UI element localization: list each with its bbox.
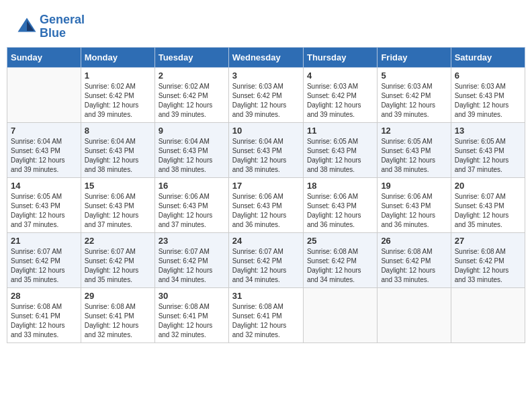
day-number: 31 xyxy=(232,291,300,301)
calendar-day-cell: 16Sunrise: 6:06 AM Sunset: 6:43 PM Dayli… xyxy=(154,177,228,232)
weekday-header-thursday: Thursday xyxy=(303,47,377,67)
day-info: Sunrise: 6:03 AM Sunset: 6:43 PM Dayligh… xyxy=(455,82,521,120)
day-info: Sunrise: 6:06 AM Sunset: 6:43 PM Dayligh… xyxy=(159,192,225,230)
calendar-day-cell: 10Sunrise: 6:04 AM Sunset: 6:43 PM Dayli… xyxy=(228,122,303,177)
day-info: Sunrise: 6:07 AM Sunset: 6:42 PM Dayligh… xyxy=(232,247,300,285)
day-info: Sunrise: 6:04 AM Sunset: 6:43 PM Dayligh… xyxy=(85,137,151,175)
day-number: 10 xyxy=(232,126,300,136)
day-info: Sunrise: 6:06 AM Sunset: 6:43 PM Dayligh… xyxy=(85,192,151,230)
calendar-day-cell: 28Sunrise: 6:08 AM Sunset: 6:41 PM Dayli… xyxy=(7,287,81,342)
day-number: 28 xyxy=(11,291,77,301)
day-number: 8 xyxy=(85,126,151,136)
weekday-header-saturday: Saturday xyxy=(451,47,525,67)
day-number: 27 xyxy=(455,236,521,246)
calendar-day-cell: 5Sunrise: 6:03 AM Sunset: 6:42 PM Daylig… xyxy=(378,67,451,122)
logo-text: General Blue xyxy=(40,13,85,40)
weekday-header-monday: Monday xyxy=(81,47,154,67)
day-number: 2 xyxy=(159,71,225,81)
day-info: Sunrise: 6:04 AM Sunset: 6:43 PM Dayligh… xyxy=(159,137,225,175)
day-number: 21 xyxy=(11,236,77,246)
calendar-day-cell xyxy=(303,287,377,342)
weekday-header-wednesday: Wednesday xyxy=(228,47,303,67)
day-number: 18 xyxy=(307,181,373,191)
day-info: Sunrise: 6:02 AM Sunset: 6:42 PM Dayligh… xyxy=(159,82,225,120)
day-info: Sunrise: 6:07 AM Sunset: 6:42 PM Dayligh… xyxy=(85,247,151,285)
weekday-header-tuesday: Tuesday xyxy=(154,47,228,67)
calendar-day-cell: 22Sunrise: 6:07 AM Sunset: 6:42 PM Dayli… xyxy=(81,232,154,287)
calendar-week-row: 28Sunrise: 6:08 AM Sunset: 6:41 PM Dayli… xyxy=(7,287,525,342)
day-number: 15 xyxy=(85,181,151,191)
day-info: Sunrise: 6:02 AM Sunset: 6:42 PM Dayligh… xyxy=(85,82,151,120)
logo-icon xyxy=(17,17,37,37)
day-number: 30 xyxy=(159,291,225,301)
day-number: 4 xyxy=(307,71,373,81)
day-number: 23 xyxy=(159,236,225,246)
calendar-day-cell: 12Sunrise: 6:05 AM Sunset: 6:43 PM Dayli… xyxy=(378,122,451,177)
day-info: Sunrise: 6:07 AM Sunset: 6:43 PM Dayligh… xyxy=(455,192,521,230)
calendar-day-cell: 18Sunrise: 6:06 AM Sunset: 6:43 PM Dayli… xyxy=(303,177,377,232)
day-info: Sunrise: 6:04 AM Sunset: 6:43 PM Dayligh… xyxy=(11,137,77,175)
calendar-week-row: 1Sunrise: 6:02 AM Sunset: 6:42 PM Daylig… xyxy=(7,67,525,122)
day-info: Sunrise: 6:06 AM Sunset: 6:43 PM Dayligh… xyxy=(381,192,447,230)
day-number: 7 xyxy=(11,126,77,136)
day-number: 14 xyxy=(11,181,77,191)
day-info: Sunrise: 6:03 AM Sunset: 6:42 PM Dayligh… xyxy=(232,82,300,120)
day-info: Sunrise: 6:05 AM Sunset: 6:43 PM Dayligh… xyxy=(307,137,373,175)
calendar-day-cell: 29Sunrise: 6:08 AM Sunset: 6:41 PM Dayli… xyxy=(81,287,154,342)
calendar-day-cell: 14Sunrise: 6:05 AM Sunset: 6:43 PM Dayli… xyxy=(7,177,81,232)
day-number: 3 xyxy=(232,71,300,81)
day-info: Sunrise: 6:08 AM Sunset: 6:41 PM Dayligh… xyxy=(159,302,225,340)
calendar-day-cell: 11Sunrise: 6:05 AM Sunset: 6:43 PM Dayli… xyxy=(303,122,377,177)
day-number: 16 xyxy=(159,181,225,191)
calendar-day-cell: 20Sunrise: 6:07 AM Sunset: 6:43 PM Dayli… xyxy=(451,177,525,232)
day-number: 20 xyxy=(455,181,521,191)
day-number: 9 xyxy=(159,126,225,136)
day-info: Sunrise: 6:08 AM Sunset: 6:41 PM Dayligh… xyxy=(85,302,151,340)
page-header: General Blue xyxy=(7,7,525,44)
calendar-day-cell: 8Sunrise: 6:04 AM Sunset: 6:43 PM Daylig… xyxy=(81,122,154,177)
calendar-day-cell: 24Sunrise: 6:07 AM Sunset: 6:42 PM Dayli… xyxy=(228,232,303,287)
day-number: 17 xyxy=(232,181,300,191)
day-info: Sunrise: 6:08 AM Sunset: 6:41 PM Dayligh… xyxy=(11,302,77,340)
day-info: Sunrise: 6:08 AM Sunset: 6:42 PM Dayligh… xyxy=(381,247,447,285)
day-info: Sunrise: 6:07 AM Sunset: 6:42 PM Dayligh… xyxy=(159,247,225,285)
calendar-day-cell: 19Sunrise: 6:06 AM Sunset: 6:43 PM Dayli… xyxy=(378,177,451,232)
day-info: Sunrise: 6:06 AM Sunset: 6:43 PM Dayligh… xyxy=(232,192,300,230)
calendar-day-cell: 7Sunrise: 6:04 AM Sunset: 6:43 PM Daylig… xyxy=(7,122,81,177)
day-number: 24 xyxy=(232,236,300,246)
day-info: Sunrise: 6:06 AM Sunset: 6:43 PM Dayligh… xyxy=(307,192,373,230)
calendar-day-cell xyxy=(451,287,525,342)
calendar-week-row: 14Sunrise: 6:05 AM Sunset: 6:43 PM Dayli… xyxy=(7,177,525,232)
day-number: 22 xyxy=(85,236,151,246)
calendar-day-cell: 15Sunrise: 6:06 AM Sunset: 6:43 PM Dayli… xyxy=(81,177,154,232)
weekday-header-row: SundayMondayTuesdayWednesdayThursdayFrid… xyxy=(7,47,525,67)
day-number: 19 xyxy=(381,181,447,191)
day-number: 12 xyxy=(381,126,447,136)
calendar-day-cell: 3Sunrise: 6:03 AM Sunset: 6:42 PM Daylig… xyxy=(228,67,303,122)
calendar-day-cell xyxy=(7,67,81,122)
calendar-day-cell: 31Sunrise: 6:08 AM Sunset: 6:41 PM Dayli… xyxy=(228,287,303,342)
day-info: Sunrise: 6:07 AM Sunset: 6:42 PM Dayligh… xyxy=(11,247,77,285)
day-number: 29 xyxy=(85,291,151,301)
calendar-day-cell: 21Sunrise: 6:07 AM Sunset: 6:42 PM Dayli… xyxy=(7,232,81,287)
calendar-day-cell: 23Sunrise: 6:07 AM Sunset: 6:42 PM Dayli… xyxy=(154,232,228,287)
calendar-day-cell: 9Sunrise: 6:04 AM Sunset: 6:43 PM Daylig… xyxy=(154,122,228,177)
weekday-header-sunday: Sunday xyxy=(7,47,81,67)
day-number: 13 xyxy=(455,126,521,136)
day-info: Sunrise: 6:05 AM Sunset: 6:43 PM Dayligh… xyxy=(381,137,447,175)
day-info: Sunrise: 6:08 AM Sunset: 6:42 PM Dayligh… xyxy=(307,247,373,285)
day-info: Sunrise: 6:03 AM Sunset: 6:42 PM Dayligh… xyxy=(307,82,373,120)
calendar-day-cell: 17Sunrise: 6:06 AM Sunset: 6:43 PM Dayli… xyxy=(228,177,303,232)
weekday-header-friday: Friday xyxy=(378,47,451,67)
day-number: 5 xyxy=(381,71,447,81)
calendar-day-cell: 1Sunrise: 6:02 AM Sunset: 6:42 PM Daylig… xyxy=(81,67,154,122)
day-info: Sunrise: 6:03 AM Sunset: 6:42 PM Dayligh… xyxy=(381,82,447,120)
day-number: 6 xyxy=(455,71,521,81)
day-number: 1 xyxy=(85,71,151,81)
logo: General Blue xyxy=(17,13,85,40)
day-number: 25 xyxy=(307,236,373,246)
day-info: Sunrise: 6:05 AM Sunset: 6:43 PM Dayligh… xyxy=(11,192,77,230)
day-info: Sunrise: 6:04 AM Sunset: 6:43 PM Dayligh… xyxy=(232,137,300,175)
calendar-day-cell: 30Sunrise: 6:08 AM Sunset: 6:41 PM Dayli… xyxy=(154,287,228,342)
day-number: 11 xyxy=(307,126,373,136)
